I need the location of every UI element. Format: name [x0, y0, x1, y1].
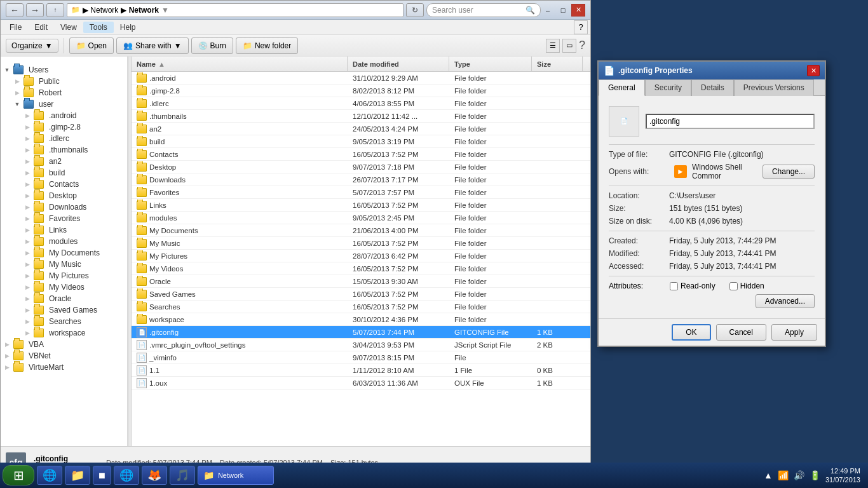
- file-row[interactable]: My Documents21/06/2013 4:00 PMFile folde…: [132, 224, 590, 237]
- taskbar-firefox[interactable]: 🦊: [142, 466, 167, 485]
- file-row[interactable]: 📄_viminfo9/07/2013 8:15 PMFile: [132, 351, 590, 364]
- file-row[interactable]: Searches16/05/2013 7:52 PMFile folder: [132, 301, 590, 313]
- hidden-checkbox[interactable]: [729, 282, 738, 290]
- taskbar-explorer[interactable]: 📁: [65, 466, 90, 485]
- tab-security[interactable]: Security: [645, 79, 691, 96]
- open-button[interactable]: 📁 Open: [69, 37, 114, 54]
- sidebar-item-saved-games[interactable]: ▶Saved Games: [1, 304, 127, 316]
- tray-volume-icon[interactable]: 🔊: [794, 470, 804, 480]
- sidebar-item-vba[interactable]: ▶VBA: [1, 339, 127, 350]
- menu-help[interactable]: Help: [114, 22, 142, 33]
- sidebar-item-robert[interactable]: ▶Robert: [1, 87, 127, 98]
- sidebar-item-oracle[interactable]: ▶Oracle: [1, 293, 127, 304]
- col-date[interactable]: Date modified: [348, 57, 449, 71]
- sidebar-item-my-music[interactable]: ▶My Music: [1, 259, 127, 270]
- close-button[interactable]: ✕: [571, 4, 585, 17]
- sidebar-item-desktop[interactable]: ▶Desktop: [1, 190, 127, 201]
- clock[interactable]: 12:49 PM 31/07/2013: [825, 466, 860, 485]
- sidebar-item-favorites[interactable]: ▶Favorites: [1, 213, 127, 224]
- address-bar[interactable]: 📁 ▶ Network ▶ Network ▼: [67, 3, 403, 17]
- file-row[interactable]: build9/05/2013 3:19 PMFile folder: [132, 135, 590, 148]
- sidebar-item-.android[interactable]: ▶.android: [1, 110, 127, 121]
- file-row[interactable]: modules9/05/2013 2:45 PMFile folder: [132, 212, 590, 224]
- burn-button[interactable]: 💿 Burn: [191, 37, 233, 54]
- file-row[interactable]: Links16/05/2013 7:52 PMFile folder: [132, 199, 590, 212]
- taskbar-network-task[interactable]: 📁 Network: [198, 466, 274, 485]
- sidebar-item-public[interactable]: ▶Public: [1, 76, 127, 87]
- col-name[interactable]: Name ▲: [132, 57, 348, 71]
- file-row[interactable]: Favorites5/07/2013 7:57 PMFile folder: [132, 186, 590, 199]
- apply-button[interactable]: Apply: [771, 324, 817, 341]
- sidebar-item-modules[interactable]: ▶modules: [1, 236, 127, 247]
- file-row[interactable]: Contacts16/05/2013 7:52 PMFile folder: [132, 148, 590, 161]
- sidebar-item-vbnet[interactable]: ▶VBNet: [1, 350, 127, 362]
- sidebar-item-downloads[interactable]: ▶Downloads: [1, 201, 127, 213]
- maximize-button[interactable]: □: [556, 4, 570, 17]
- readonly-checkbox[interactable]: [670, 282, 678, 290]
- file-row[interactable]: Downloads26/07/2013 7:17 PMFile folder: [132, 173, 590, 186]
- sidebar-item-my-documents[interactable]: ▶My Documents: [1, 247, 127, 259]
- file-row[interactable]: 📄1.oux6/03/2013 11:36 AMOUX File1 KB: [132, 377, 590, 390]
- sidebar-item-contacts[interactable]: ▶Contacts: [1, 179, 127, 190]
- search-bar[interactable]: Search user 🔍: [426, 3, 541, 17]
- file-row[interactable]: My Videos16/05/2013 7:52 PMFile folder: [132, 262, 590, 275]
- sidebar-item-an2[interactable]: ▶an2: [1, 156, 127, 167]
- taskbar-music[interactable]: 🎵: [170, 466, 195, 485]
- file-row[interactable]: 📄1.11/11/2012 8:10 AM1 File0 KB: [132, 364, 590, 377]
- dialog-close-button[interactable]: ✕: [807, 65, 820, 76]
- taskbar-media[interactable]: ■: [93, 466, 111, 485]
- back-button[interactable]: ←: [6, 3, 24, 17]
- hidden-checkbox-label[interactable]: Hidden: [729, 281, 764, 290]
- file-row[interactable]: Saved Games16/05/2013 7:52 PMFile folder: [132, 288, 590, 301]
- organize-button[interactable]: Organize ▼: [6, 39, 58, 53]
- col-type[interactable]: Type: [449, 57, 532, 71]
- up-button[interactable]: ↑: [46, 3, 64, 17]
- file-row[interactable]: My Music16/05/2013 7:52 PMFile folder: [132, 237, 590, 250]
- cancel-button[interactable]: Cancel: [716, 324, 766, 341]
- tray-network-icon[interactable]: 📶: [778, 470, 789, 480]
- file-row[interactable]: Oracle15/05/2013 9:30 AMFile folder: [132, 275, 590, 288]
- tab-details[interactable]: Details: [691, 79, 734, 96]
- sidebar-item-searches[interactable]: ▶Searches: [1, 316, 127, 327]
- sidebar-item-.thumbnails[interactable]: ▶.thumbnails: [1, 144, 127, 156]
- help-icon[interactable]: ?: [574, 20, 588, 34]
- file-row[interactable]: My Pictures28/07/2013 6:42 PMFile folder: [132, 250, 590, 262]
- file-row[interactable]: 📄.vmrc_plugin_ovftool_settings3/04/2013 …: [132, 339, 590, 351]
- refresh-button[interactable]: ↻: [406, 3, 424, 17]
- new-folder-button[interactable]: 📁 New folder: [236, 37, 298, 54]
- sidebar-item-user[interactable]: ▼user: [1, 98, 127, 110]
- file-row[interactable]: .idlerc4/06/2013 8:55 PMFile folder: [132, 97, 590, 110]
- sidebar-item-build[interactable]: ▶build: [1, 167, 127, 179]
- taskbar-browser[interactable]: 🌐: [114, 466, 139, 485]
- file-row[interactable]: an224/05/2013 4:24 PMFile folder: [132, 123, 590, 135]
- col-size[interactable]: Size: [532, 57, 583, 71]
- sidebar-item-virtuemart[interactable]: ▶VirtueMart: [1, 362, 127, 373]
- forward-button[interactable]: →: [26, 3, 44, 17]
- menu-view[interactable]: View: [54, 22, 83, 33]
- sidebar-item-users[interactable]: ▼Users: [1, 64, 127, 76]
- file-row[interactable]: .gimp-2.88/02/2013 8:12 PMFile folder: [132, 85, 590, 97]
- file-area[interactable]: Name ▲ Date modified Type Size .android3…: [132, 57, 590, 446]
- minimize-button[interactable]: –: [541, 4, 555, 17]
- sidebar-item-my-videos[interactable]: ▶My Videos: [1, 281, 127, 293]
- tab-general[interactable]: General: [599, 79, 645, 96]
- sidebar-item-links[interactable]: ▶Links: [1, 224, 127, 236]
- file-row[interactable]: 📄.gitconfig5/07/2013 7:44 PMGITCONFIG Fi…: [132, 326, 590, 339]
- ok-button[interactable]: OK: [672, 324, 710, 341]
- taskbar-ie[interactable]: 🌐: [37, 466, 62, 485]
- file-row[interactable]: workspace30/10/2012 4:36 PMFile folder: [132, 313, 590, 326]
- menu-file[interactable]: File: [3, 22, 28, 33]
- sidebar-item-.idlerc[interactable]: ▶.idlerc: [1, 133, 127, 144]
- share-with-button[interactable]: 👥 Share with ▼: [116, 37, 189, 54]
- tray-battery-icon[interactable]: 🔋: [810, 470, 820, 480]
- menu-edit[interactable]: Edit: [28, 22, 54, 33]
- tab-previous-versions[interactable]: Previous Versions: [734, 79, 814, 96]
- file-row[interactable]: .android31/10/2012 9:29 AMFile folder: [132, 72, 590, 85]
- advanced-button[interactable]: Advanced...: [756, 294, 815, 308]
- readonly-checkbox-label[interactable]: Read-only: [670, 281, 715, 290]
- sidebar-item-my-pictures[interactable]: ▶My Pictures: [1, 270, 127, 281]
- file-row[interactable]: .thumbnails12/10/2012 11:42 ...File fold…: [132, 110, 590, 123]
- menu-tools[interactable]: Tools: [83, 22, 114, 33]
- filename-input[interactable]: [646, 114, 815, 129]
- view-icon[interactable]: ▭: [562, 39, 576, 53]
